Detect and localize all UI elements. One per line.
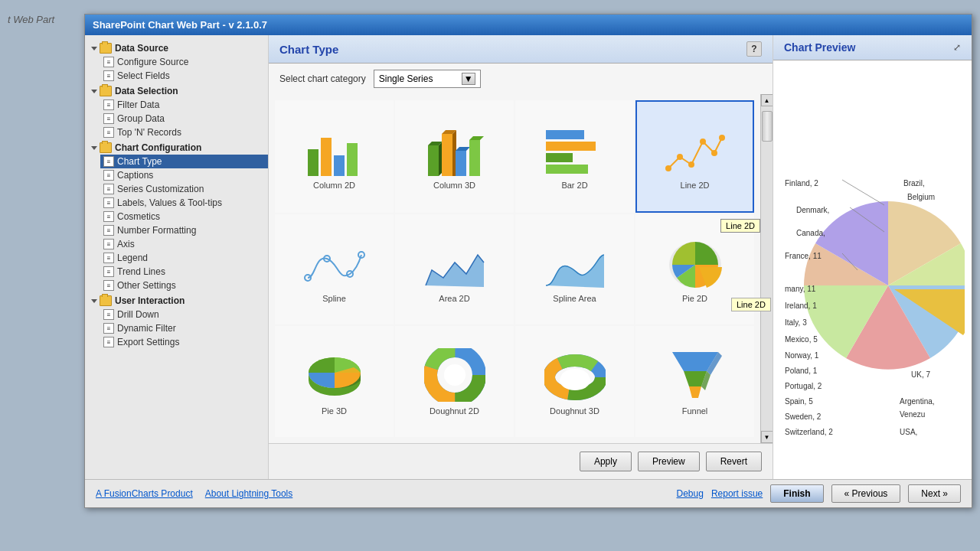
sidebar-item-other-settings[interactable]: ≡ Other Settings xyxy=(100,279,268,292)
chart-item-spline[interactable]: Spline xyxy=(275,214,394,325)
help-button[interactable]: ? xyxy=(746,41,762,57)
list-icon-group-data: ≡ xyxy=(103,113,114,124)
sidebar-item-legend[interactable]: ≡ Legend xyxy=(100,251,268,265)
svg-text:USA,: USA, xyxy=(900,428,917,436)
list-icon-number-formatting: ≡ xyxy=(103,225,114,236)
scrollbar[interactable]: ▲ ▼ xyxy=(760,94,773,443)
sidebar-item-dynamic-filter[interactable]: ≡ Dynamic Filter xyxy=(100,321,268,335)
tree-group-data-selection: Data Selection ≡ Filter Data ≡ Group Dat… xyxy=(85,84,268,139)
svg-point-23 xyxy=(719,135,725,141)
folder-user-interaction-icon xyxy=(100,295,112,306)
svg-text:many, 11: many, 11 xyxy=(785,285,816,293)
preview-expand-button[interactable]: ⤢ xyxy=(953,42,961,53)
chart-item-column2d[interactable]: Column 2D xyxy=(275,100,394,213)
line2d-tooltip: Line 2D xyxy=(720,219,760,233)
sidebar-item-number-formatting[interactable]: ≡ Number Formatting xyxy=(100,223,268,237)
chart-label-doughnut2d: Doughnut 2D xyxy=(430,406,479,416)
sidebar-item-filter-data[interactable]: ≡ Filter Data xyxy=(100,98,268,112)
sidebar-item-axis[interactable]: ≡ Axis xyxy=(100,237,268,251)
list-icon-cosmetics: ≡ xyxy=(103,211,114,222)
svg-rect-16 xyxy=(546,153,573,162)
finish-button[interactable]: Finish xyxy=(770,484,823,503)
sidebar-item-series-customization[interactable]: ≡ Series Customization xyxy=(100,182,268,196)
chart-visual-bar2d xyxy=(544,122,606,176)
svg-point-19 xyxy=(677,154,683,160)
scroll-thumb[interactable] xyxy=(762,111,773,142)
tree-items-chart-config: ≡ Chart Type ≡ Captions ≡ Series Customi… xyxy=(85,155,268,292)
chart-item-funnel[interactable]: Funnel xyxy=(635,326,754,437)
title-bar: SharePoint Chart Web Part - v 2.1.0.7 xyxy=(85,15,972,35)
chart-visual-line2d xyxy=(665,122,726,176)
report-issue-link[interactable]: Report issue xyxy=(711,488,763,499)
sidebar-item-export-settings[interactable]: ≡ Export Settings xyxy=(100,335,268,349)
sidebar-item-captions[interactable]: ≡ Captions xyxy=(100,168,268,182)
sidebar-item-group-data[interactable]: ≡ Group Data xyxy=(100,112,268,126)
fusion-charts-link[interactable]: A FusionCharts Product xyxy=(96,488,193,499)
apply-button[interactable]: Apply xyxy=(580,452,632,471)
sidebar-item-configure-source[interactable]: ≡ Configure Source xyxy=(100,55,268,69)
chart-item-line2d[interactable]: Line 2D Line 2D xyxy=(635,100,754,213)
expand-data-selection-icon xyxy=(91,90,97,93)
expand-chart-config-icon xyxy=(91,146,97,150)
chart-item-bar2d[interactable]: Bar 2D xyxy=(515,100,634,213)
doughnut2d-svg xyxy=(424,348,485,402)
chart-item-area2d[interactable]: Area 2D xyxy=(395,214,514,325)
svg-rect-10 xyxy=(456,151,466,176)
sidebar-item-select-fields-label: Select Fields xyxy=(117,70,170,81)
chart-label-pie2d: Pie 2D xyxy=(682,294,707,303)
chart-label-area2d: Area 2D xyxy=(439,294,469,303)
list-icon-captions: ≡ xyxy=(103,170,114,181)
sidebar: Data Source ≡ Configure Source ≡ Select … xyxy=(85,35,269,479)
sidebar-item-trend-lines[interactable]: ≡ Trend Lines xyxy=(100,265,268,279)
sidebar-item-trend-lines-label: Trend Lines xyxy=(117,266,165,277)
chart-visual-pie3d xyxy=(304,348,365,402)
revert-button[interactable]: Revert xyxy=(706,452,762,471)
sidebar-item-cosmetics[interactable]: ≡ Cosmetics xyxy=(100,210,268,223)
sidebar-item-chart-type[interactable]: ≡ Chart Type xyxy=(100,155,268,168)
debug-link[interactable]: Debug xyxy=(677,488,704,499)
svg-text:Poland, 1: Poland, 1 xyxy=(785,367,818,375)
sidebar-item-labels-values-tooltips-label: Labels, Values & Tool-tips xyxy=(117,197,222,208)
chart-label-column2d: Column 2D xyxy=(313,181,355,190)
chart-category-controls: Select chart category Single Series ▼ xyxy=(269,64,773,94)
panel-header: Chart Type ? xyxy=(269,35,773,64)
preview-button[interactable]: Preview xyxy=(638,452,700,471)
list-icon-trend-lines: ≡ xyxy=(103,266,114,277)
chart-item-column3d[interactable]: Column 3D xyxy=(395,100,514,213)
svg-rect-4 xyxy=(428,145,439,176)
lightning-tools-link[interactable]: About Lightning Tools xyxy=(205,488,293,499)
tree-section-user-interaction[interactable]: User Interaction xyxy=(85,294,268,308)
chart-item-splinearea[interactable]: Spline Area xyxy=(515,214,634,325)
folder-data-source-icon xyxy=(100,43,112,54)
folder-data-selection-icon xyxy=(100,86,112,96)
prev-button[interactable]: « Previous xyxy=(831,484,901,503)
tree-section-chart-config[interactable]: Chart Configuration xyxy=(85,141,268,155)
chart-visual-column3d xyxy=(424,122,485,176)
chart-label-doughnut3d: Doughnut 3D xyxy=(550,406,599,416)
svg-text:Spain, 5: Spain, 5 xyxy=(785,397,813,406)
chart-item-doughnut3d[interactable]: Doughnut 3D xyxy=(515,326,634,437)
list-icon-export-settings: ≡ xyxy=(103,337,114,347)
list-icon-other-settings: ≡ xyxy=(103,280,114,291)
next-button[interactable]: Next » xyxy=(908,484,961,503)
svg-text:Portugal, 2: Portugal, 2 xyxy=(785,382,822,390)
sidebar-item-other-settings-label: Other Settings xyxy=(117,280,176,291)
chart-item-doughnut2d[interactable]: Doughnut 2D xyxy=(395,326,514,437)
chart-visual-area2d xyxy=(424,236,485,289)
panel-footer: Apply Preview Revert xyxy=(269,443,773,479)
chart-item-pie3d[interactable]: Pie 3D xyxy=(275,326,394,437)
tree-section-data-selection[interactable]: Data Selection xyxy=(85,84,268,98)
sidebar-item-top-n-records[interactable]: ≡ Top 'N' Records xyxy=(100,126,268,139)
scroll-down-button[interactable]: ▼ xyxy=(761,431,773,443)
sidebar-item-drill-down[interactable]: ≡ Drill Down xyxy=(100,308,268,321)
preview-chart-svg: Finland, 2 Denmark, Canada, France, 11 B… xyxy=(781,86,965,454)
chart-type-tooltip: Line 2D xyxy=(731,298,771,311)
list-icon-select-fields: ≡ xyxy=(103,70,114,81)
sidebar-item-configure-source-label: Configure Source xyxy=(117,57,188,67)
tree-section-data-source[interactable]: Data Source xyxy=(85,41,268,55)
chart-category-select[interactable]: Single Series ▼ xyxy=(374,70,481,88)
sidebar-item-labels-values-tooltips[interactable]: ≡ Labels, Values & Tool-tips xyxy=(100,196,268,210)
scroll-up-button[interactable]: ▲ xyxy=(761,94,773,106)
sidebar-item-select-fields[interactable]: ≡ Select Fields xyxy=(100,69,268,83)
splinearea-svg xyxy=(544,240,606,289)
